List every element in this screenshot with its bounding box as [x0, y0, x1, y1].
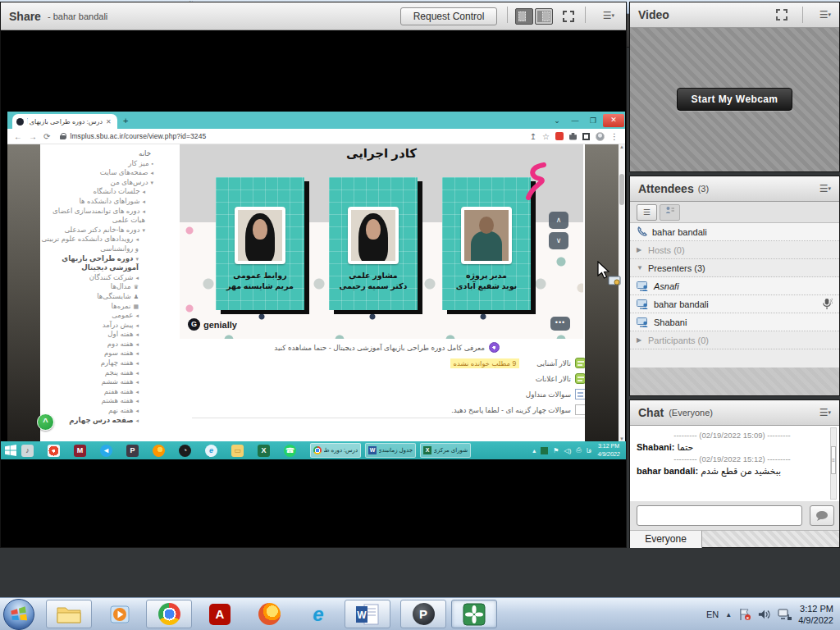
sidebar-item[interactable]: صفحه درس چهارم [40, 416, 162, 426]
acrobat-icon[interactable]: A [197, 600, 243, 628]
chat-input[interactable] [637, 505, 802, 526]
back-icon[interactable]: ← [14, 132, 22, 141]
list-view-icon[interactable]: ☰ [637, 204, 657, 221]
m-app-icon[interactable]: M [74, 445, 86, 457]
flag-icon[interactable]: ⚑ [553, 447, 559, 454]
shared-taskbar-window-chrome[interactable]: درس: دوره طرا... [310, 443, 361, 458]
idm-extension-icon[interactable] [555, 132, 564, 140]
activity-label[interactable]: سوالات متداول [526, 390, 571, 399]
chat-pod-menu-icon[interactable]: ☰▾ [819, 407, 831, 418]
record-icon[interactable] [48, 445, 60, 457]
sidebar-item[interactable]: عمومی [40, 311, 162, 321]
page-scrollbar-thumb[interactable] [619, 174, 624, 205]
back-to-top-button[interactable]: ^ [37, 413, 54, 431]
sidebar-item-label[interactable]: هفته سوم [104, 349, 133, 357]
video-pod-menu-icon[interactable]: ☰▾ [819, 9, 831, 21]
reload-icon[interactable]: ⟳ [43, 132, 50, 141]
p-app-icon[interactable]: P [126, 445, 139, 457]
word-icon[interactable]: W [345, 600, 390, 628]
firefox-icon[interactable] [153, 445, 165, 457]
sidebar-item-label[interactable]: صفحه‌های سایت [100, 168, 148, 176]
sidebar-item-label[interactable]: هفته اول [107, 330, 133, 338]
url-text[interactable]: lmsplus.sbu.ac.ir/course/view.php?id=324… [70, 132, 206, 140]
fullscreen-icon[interactable] [562, 10, 575, 23]
chat-scrollbar[interactable]: ≡ [830, 427, 837, 500]
request-control-button[interactable]: Request Control [400, 7, 497, 25]
volume-icon[interactable]: ◁) [564, 447, 572, 454]
language-indicator[interactable]: فا [587, 447, 591, 454]
language-indicator[interactable]: EN [706, 609, 719, 619]
chat-send-button[interactable] [810, 505, 834, 526]
attendees-pod-menu-icon[interactable]: ☰▾ [819, 183, 831, 194]
sidebar-item-label[interactable]: درس‌های من [111, 178, 148, 186]
media-player-icon[interactable] [97, 600, 143, 628]
folder-icon[interactable]: ▭ [231, 445, 244, 457]
sidebar-item[interactable]: هفته اول [40, 330, 162, 340]
embed-more-button[interactable]: ••• [550, 317, 570, 331]
hidden-icons-chevron[interactable]: ▲ [725, 611, 732, 619]
sidebar-item[interactable]: هفته دوم [40, 340, 162, 349]
sidebar-item[interactable]: هفته سوم [40, 349, 162, 358]
network-icon[interactable] [778, 609, 792, 621]
sidebar-item-label[interactable]: دوره طراحي بازيهاي آموزشي ديجيتال [62, 254, 139, 272]
firefox-icon[interactable] [246, 600, 292, 628]
telegram-icon[interactable]: ◄ [100, 445, 112, 457]
sidebar-item[interactable]: دوره های توانمندسازی اعضای هیات علمی [40, 207, 162, 226]
hosts-group-row[interactable]: ▶ Hosts (0) [630, 241, 839, 259]
presenter-row[interactable]: Asnafi [630, 277, 839, 295]
card-view-icon[interactable] [660, 204, 680, 221]
share-pod-menu-icon[interactable]: ☰▾ [603, 10, 614, 21]
volume-icon[interactable] [758, 609, 771, 620]
genially-logo[interactable]: G genially [188, 318, 237, 331]
sidebar-item-label[interactable]: عمومی [112, 311, 133, 319]
audio-icon[interactable]: ♪ [21, 445, 34, 457]
activity-label[interactable]: معرفی کامل دوره طراحی بازیهای آموزشی دیج… [274, 344, 485, 352]
ie-icon[interactable]: e [295, 600, 341, 628]
adobe-connect-icon[interactable] [451, 600, 497, 628]
sidebar-item[interactable]: رویدادهای دانشکده علوم تربیتی و روانشناس… [40, 235, 162, 253]
activity-row[interactable]: سوالات چهار گزینه ای - لطفا پاسخ دهید. [180, 402, 586, 418]
sidebar-item[interactable]: میز کار [40, 159, 162, 169]
sidebar-item-label[interactable]: دوره ها-خانم دکتر صدعلی [64, 226, 139, 234]
activity-row[interactable]: تالار آشنایی9 مطلب خوانده نشده [180, 355, 586, 371]
presenter-row[interactable]: Shabani [630, 313, 839, 331]
sidebar-item[interactable]: دوره طراحي بازيهاي آموزشي ديجيتال [40, 254, 162, 273]
presenters-group-row[interactable]: ▼ Presenters (3) [630, 259, 839, 277]
sidebar-item[interactable]: جلسات دانشگاه [40, 187, 162, 197]
psiphon-icon[interactable]: P [400, 600, 446, 628]
browser-dropdown-icon[interactable]: ⌄ [548, 114, 566, 127]
sidebar-item-label[interactable]: هفته هفتم [104, 387, 134, 395]
action-center-flag-icon[interactable]: x [738, 608, 751, 621]
sidebar-item-label[interactable]: هفته پنجم [105, 368, 134, 377]
sidebar-item[interactable]: شرکت کنندگان [40, 273, 162, 283]
sidebar-item-label[interactable]: نمره‌ها [112, 302, 131, 310]
sidebar-item[interactable]: هفته نهم [40, 406, 162, 416]
chrome-icon[interactable] [146, 600, 192, 628]
start-orb-icon[interactable] [3, 599, 34, 630]
chat-tab-everyone[interactable]: Everyone [630, 531, 702, 548]
sidebar-item-label[interactable]: پیش درآمد [103, 321, 134, 329]
slide-up-button[interactable]: ∧ [549, 212, 568, 229]
hidden-icons-chevron[interactable]: ▴ [532, 447, 536, 454]
share-icon[interactable]: ↥ [530, 132, 536, 141]
browser-tab[interactable]: درس: دوره طراحی بازیهای آموزشی ✕ [12, 114, 117, 129]
sidebar-item[interactable]: هفته چهارم [40, 358, 162, 368]
slide-down-button[interactable]: ∨ [549, 232, 568, 249]
sidebar-item[interactable]: هفته ششم [40, 377, 162, 387]
shared-taskbar-clock[interactable]: 3:12 PM 4/9/2022 [593, 442, 624, 459]
tab-close-icon[interactable]: ✕ [106, 118, 112, 126]
activity-label[interactable]: سوالات چهار گزینه ای - لطفا پاسخ دهید. [451, 406, 571, 414]
sidebar-item-label[interactable]: میز کار [128, 159, 148, 167]
sidebar-item-label[interactable]: هفته چهارم [101, 358, 134, 367]
sidebar-item[interactable]: شایستگی‌ها [40, 292, 162, 302]
activity-label[interactable]: تالار آشنایی [536, 359, 571, 368]
sidebar-item-label[interactable]: هفته هشتم [102, 396, 134, 404]
sidebar-item[interactable]: صفحه‌های سایت [40, 168, 162, 178]
active-speaker-row[interactable]: bahar bandali [630, 223, 839, 241]
sidebar-item-label[interactable]: شوراهای دانشکده ها [79, 197, 139, 205]
sidebar-item-label[interactable]: هفته نهم [108, 406, 134, 414]
sidebar-item[interactable]: خانه [40, 149, 162, 159]
sidebar-item-label[interactable]: شرکت کنندگان [89, 273, 134, 281]
activity-label[interactable]: تالار اعلانات [536, 375, 571, 383]
sidebar-item[interactable]: مدال‌ها [40, 282, 162, 292]
